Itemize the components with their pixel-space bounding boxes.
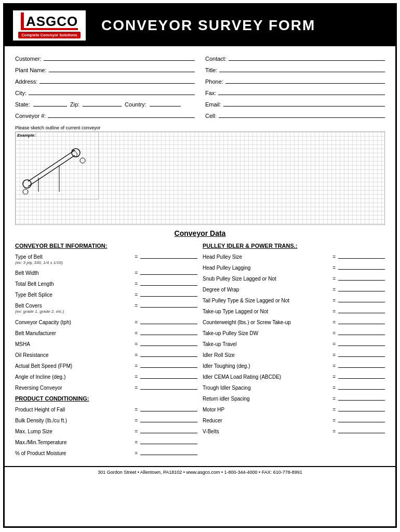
field-total-belt-length: Total Belt Length = — [15, 278, 197, 287]
fax-label: Fax: — [205, 90, 216, 96]
head-pulley-size-input[interactable] — [338, 251, 385, 259]
field-product-height: Product Height of Fall = — [15, 404, 197, 413]
field-takeup-pulley: Take-up Pulley Size DW = — [203, 328, 385, 337]
city-input[interactable] — [29, 88, 195, 95]
field-idler-toughing: Idler Toughing (deg.) = — [203, 361, 385, 369]
contact-input[interactable] — [229, 54, 385, 61]
moisture-label: % of Product Moisture — [15, 450, 132, 457]
oil-resistance-input[interactable] — [140, 350, 197, 357]
msha-input[interactable] — [140, 339, 197, 346]
footer-text: 301 Gordon Street • Allentown, PA18102 •… — [98, 470, 302, 475]
address-input[interactable] — [39, 76, 195, 84]
takeup-type-input[interactable] — [338, 306, 385, 313]
zip-input[interactable] — [83, 99, 122, 107]
idler-roll-input[interactable] — [338, 350, 385, 357]
email-input[interactable] — [223, 99, 385, 107]
takeup-pulley-label: Take-up Pulley Size DW — [203, 330, 330, 337]
snub-pulley-input[interactable] — [338, 273, 385, 281]
state-input[interactable] — [33, 99, 67, 107]
temperature-input[interactable] — [140, 437, 197, 444]
motor-hp-input[interactable] — [338, 404, 385, 411]
logo-box: ASGCO Complete Conveyor Solutions — [13, 10, 86, 41]
field-takeup-type: Take-up Type Lagged or Not = — [203, 306, 385, 315]
total-belt-length-input[interactable] — [140, 278, 197, 286]
v-belts-label: V-Belts — [203, 428, 330, 435]
example-label: Example: — [16, 132, 98, 139]
form-row-address: Address: Phone: — [15, 76, 385, 85]
field-reducer: Reducer = — [203, 415, 385, 424]
return-idler-spacing-input[interactable] — [338, 393, 385, 401]
tail-pulley-input[interactable] — [338, 295, 385, 302]
tail-pulley-label: Tail Pulley Type & Size Lagged or Not — [203, 297, 330, 304]
max-lump-input[interactable] — [140, 426, 197, 433]
total-belt-length-label: Total Belt Length — [15, 281, 132, 287]
field-trough-idler-spacing: Trough Idler Spacing = — [203, 382, 385, 391]
conveyor-label: Conveyor #: — [15, 113, 46, 119]
logo-asgco: ASGCO — [21, 12, 78, 30]
product-height-input[interactable] — [140, 404, 197, 411]
title-input[interactable] — [219, 65, 385, 72]
field-return-idler-spacing: Return idler Spacing = — [203, 393, 385, 402]
conveyor-input[interactable] — [48, 111, 195, 118]
degree-wrap-input[interactable] — [338, 284, 385, 291]
product-conditioning-heading: PRODUCT CONDITIONING: — [15, 395, 197, 402]
address-label: Address: — [15, 78, 37, 85]
idler-cema-input[interactable] — [338, 371, 385, 379]
email-label: Email: — [205, 101, 221, 108]
belt-width-input[interactable] — [140, 268, 197, 275]
reversing-conveyor-label: Reversing Conveyor — [15, 384, 132, 391]
data-col-left: CONVEYOR BELT INFORMATION: Type of Belt … — [15, 243, 203, 459]
field-moisture: % of Product Moisture = — [15, 448, 197, 457]
form-row-city: City: Fax: — [15, 88, 385, 96]
title-label: Title: — [205, 67, 217, 73]
v-belts-input[interactable] — [338, 426, 385, 433]
return-idler-spacing-label: Return idler Spacing — [203, 395, 330, 402]
svg-point-7 — [23, 180, 31, 188]
idler-toughing-input[interactable] — [338, 361, 385, 368]
type-belt-splice-input[interactable] — [140, 289, 197, 297]
takeup-travel-label: Take-up Travel — [203, 341, 330, 348]
sketch-instruction: Please sketch outline of current conveyo… — [15, 125, 385, 130]
reversing-conveyor-input[interactable] — [140, 382, 197, 390]
sketch-grid[interactable]: Example: — [15, 131, 385, 225]
form-col-contact: Contact: — [205, 54, 385, 62]
type-of-belt-input[interactable] — [140, 251, 197, 259]
customer-input[interactable] — [44, 54, 195, 61]
fax-input[interactable] — [218, 88, 385, 95]
field-belt-width: Belt Width = — [15, 268, 197, 276]
form-col-email: Email: — [205, 99, 385, 108]
takeup-travel-input[interactable] — [338, 339, 385, 346]
belt-speed-label: Actual Belt Speed (FPM) — [15, 363, 132, 369]
svg-line-4 — [28, 150, 75, 181]
trough-idler-spacing-input[interactable] — [338, 382, 385, 390]
belt-manufacturer-input[interactable] — [140, 328, 197, 335]
plant-input[interactable] — [49, 65, 195, 72]
temperature-label: Max./Min.Temperature — [15, 439, 132, 446]
form-col-plant: Plant Name: — [15, 65, 195, 73]
country-input[interactable] — [150, 99, 181, 107]
svg-point-11 — [23, 189, 28, 194]
form-col-fax: Fax: — [205, 88, 385, 96]
form-row-state: State: Zip: Country: Email: — [15, 99, 385, 108]
field-v-belts: V-Belts = — [203, 426, 385, 435]
head-pulley-lagging-input[interactable] — [338, 262, 385, 270]
bulk-density-input[interactable] — [140, 415, 197, 422]
belt-speed-input[interactable] — [140, 361, 197, 368]
phone-input[interactable] — [225, 76, 385, 84]
cell-input[interactable] — [219, 111, 385, 118]
conveyor-capacity-input[interactable] — [140, 317, 197, 324]
takeup-pulley-input[interactable] — [338, 328, 385, 335]
angle-incline-input[interactable] — [140, 371, 197, 379]
form-row-conveyor: Conveyor #: Cell: — [15, 111, 385, 119]
belt-covers-input[interactable] — [140, 300, 197, 308]
conveyor-sketch-svg — [18, 137, 96, 194]
reducer-input[interactable] — [338, 415, 385, 422]
svg-rect-3 — [24, 28, 78, 30]
conveyor-capacity-label: Conveyor Capacity (tph) — [15, 319, 132, 326]
country-label: Country: — [125, 101, 146, 108]
moisture-input[interactable] — [140, 448, 197, 455]
form-row-plant: Plant Name: Title: — [15, 65, 385, 73]
counterweight-input[interactable] — [338, 317, 385, 324]
field-belt-covers: Belt Covers (ex: grade 1, grade 2, etc.)… — [15, 300, 197, 314]
field-idler-cema: Idler CEMA Load Rating (ABCDE) = — [203, 371, 385, 380]
